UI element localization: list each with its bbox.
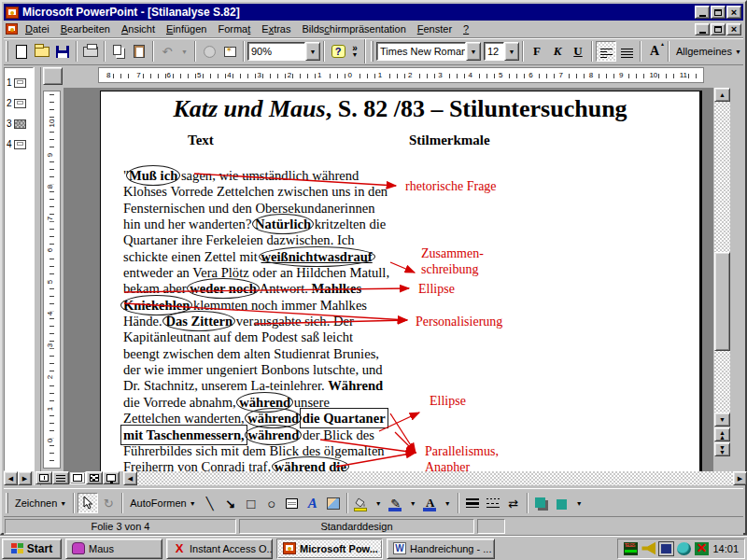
help-button[interactable]: ?: [328, 41, 348, 62]
normal-view-button[interactable]: [35, 471, 52, 484]
doc-close-button[interactable]: ×: [726, 23, 741, 35]
increase-font-button[interactable]: A: [644, 41, 665, 62]
clipart-button[interactable]: [323, 493, 344, 513]
restore-button[interactable]: [711, 6, 726, 19]
font-color-button[interactable]: A: [420, 493, 441, 513]
outline-pane[interactable]: 1234: [4, 67, 34, 471]
autoshapes-menu-button[interactable]: AutoFormen▼: [126, 493, 199, 513]
slide-title[interactable]: Katz und Maus, S. 82 /83 – Stiluntersuch…: [101, 95, 699, 123]
slide-sorter-view-button[interactable]: [86, 471, 103, 484]
slide[interactable]: Katz und Maus, S. 82 /83 – Stiluntersuch…: [100, 91, 702, 471]
menu-format[interactable]: Format: [212, 21, 256, 36]
outline-slide-2[interactable]: 2: [7, 98, 26, 108]
outline-slide-4[interactable]: 4: [7, 139, 26, 149]
slide-view-button[interactable]: [69, 471, 86, 484]
textbox-tool-button[interactable]: [282, 493, 303, 513]
undo-button[interactable]: ↶: [157, 41, 177, 62]
minimize-button[interactable]: [695, 6, 710, 19]
font-size-value[interactable]: 12: [484, 42, 504, 61]
outline-slide-3[interactable]: 3: [7, 119, 26, 129]
slide-text-block[interactable]: "Muß ich sagen, wie umständlich währendK…: [123, 168, 389, 471]
offline-status-icon[interactable]: [695, 542, 709, 555]
common-tasks-button[interactable]: Allgemeines▼: [672, 41, 745, 62]
slideshow-view-button[interactable]: [103, 471, 120, 484]
zoom-value[interactable]: 90%: [247, 42, 305, 61]
start-button[interactable]: Start: [2, 539, 62, 559]
threed-button[interactable]: [552, 493, 572, 513]
toolbar-grip[interactable]: [6, 41, 8, 62]
save-button[interactable]: [52, 41, 73, 62]
doc-restore-button[interactable]: [711, 23, 726, 35]
menu-ansicht[interactable]: Ansicht: [116, 21, 161, 36]
italic-button[interactable]: K: [547, 41, 568, 62]
threed-dropdown[interactable]: ▼: [572, 493, 586, 513]
draw-menu-button[interactable]: Zeichnen▼: [11, 493, 70, 513]
align-left-button[interactable]: [596, 41, 616, 62]
fill-color-button[interactable]: [351, 493, 372, 513]
font-color-dropdown[interactable]: ▼: [441, 493, 455, 513]
menu-bearbeiten[interactable]: Bearbeiten: [55, 21, 116, 36]
outline-view-button[interactable]: [52, 471, 69, 484]
bold-button[interactable]: F: [527, 41, 547, 62]
hscroll-right-icon[interactable]: ▶: [733, 471, 747, 485]
oval-tool-button[interactable]: ○: [261, 493, 282, 513]
hyperlink-button[interactable]: [199, 41, 219, 62]
zoom-combobox[interactable]: 90% ▼: [247, 42, 320, 61]
format-toolbar-grip[interactable]: [371, 41, 374, 62]
wordart-button[interactable]: A: [303, 493, 323, 513]
vertical-scrollbar[interactable]: ▲ ▼ ▲▲ ▼▼: [714, 88, 730, 471]
line-color-button[interactable]: ✎: [386, 493, 406, 513]
scroll-up-icon[interactable]: ▲: [714, 88, 730, 102]
scroll-down-icon[interactable]: ▼: [714, 413, 730, 427]
more-buttons-standard[interactable]: »▼: [348, 45, 361, 58]
fill-color-dropdown[interactable]: ▼: [372, 493, 386, 513]
arrow-tool-button[interactable]: ↘: [220, 493, 241, 513]
menu-fenster[interactable]: Fenster: [412, 21, 458, 36]
font-name-value[interactable]: Times New Roman: [376, 42, 466, 61]
font-name-combobox[interactable]: Times New Roman ▼: [376, 42, 481, 61]
outline-slide-1[interactable]: 1: [7, 77, 26, 88]
arrow-style-button[interactable]: ⇄: [503, 493, 524, 513]
open-button[interactable]: [32, 41, 52, 62]
dash-style-button[interactable]: [483, 493, 503, 513]
new-slide-button[interactable]: [219, 41, 240, 62]
slide-canvas[interactable]: Katz und Maus, S. 82 /83 – Stiluntersuch…: [63, 88, 713, 471]
font-size-dropdown-icon[interactable]: ▼: [504, 42, 519, 61]
pane-splitter[interactable]: [34, 67, 41, 485]
new-button[interactable]: [11, 41, 32, 62]
line-tool-button[interactable]: ╲: [200, 493, 220, 513]
task-instant-access[interactable]: X Instant Access O...: [166, 539, 273, 559]
doc-minimize-button[interactable]: [695, 23, 710, 35]
task-powerpoint[interactable]: Microsoft Pow...: [276, 539, 383, 559]
task-maus[interactable]: Maus: [65, 539, 162, 559]
font-size-combobox[interactable]: 12 ▼: [484, 42, 519, 61]
font-name-dropdown-icon[interactable]: ▼: [466, 42, 481, 61]
free-rotate-button[interactable]: ↻: [98, 493, 119, 513]
menu-extras[interactable]: Extras: [256, 21, 296, 36]
zoom-dropdown-icon[interactable]: ▼: [305, 42, 320, 61]
previous-slide-button[interactable]: ▲▲: [714, 427, 730, 441]
underline-button[interactable]: U: [568, 41, 588, 62]
volume-icon[interactable]: [641, 542, 655, 555]
select-objects-button[interactable]: [78, 493, 98, 513]
outline-scroll-left-icon[interactable]: ◀: [4, 471, 18, 485]
line-style-button[interactable]: [462, 493, 483, 513]
menu-datei[interactable]: Datei: [20, 21, 55, 36]
vertical-scroll-thumb[interactable]: [714, 252, 730, 351]
next-slide-button[interactable]: ▼▼: [714, 442, 730, 456]
teles-tray-icon[interactable]: [624, 542, 638, 555]
close-button[interactable]: ×: [726, 6, 741, 19]
display-settings-icon[interactable]: [659, 542, 673, 555]
menu-bildschirmprsentation[interactable]: Bildschirmpräsentation: [296, 21, 411, 36]
print-button[interactable]: [80, 41, 101, 62]
network-globe-icon[interactable]: [677, 542, 691, 555]
undo-dropdown[interactable]: ▼: [177, 41, 191, 62]
copy-button[interactable]: [108, 41, 129, 62]
menu-einfgen[interactable]: Einfügen: [161, 21, 212, 36]
outline-scroll-right-icon[interactable]: ▶: [18, 471, 32, 485]
horizontal-scrollbar[interactable]: [137, 471, 733, 485]
task-handreichung[interactable]: W Handreichung - ...: [387, 539, 495, 559]
justify-button[interactable]: [616, 41, 637, 62]
menu-?[interactable]: ?: [458, 21, 474, 36]
paste-button[interactable]: [129, 41, 149, 62]
